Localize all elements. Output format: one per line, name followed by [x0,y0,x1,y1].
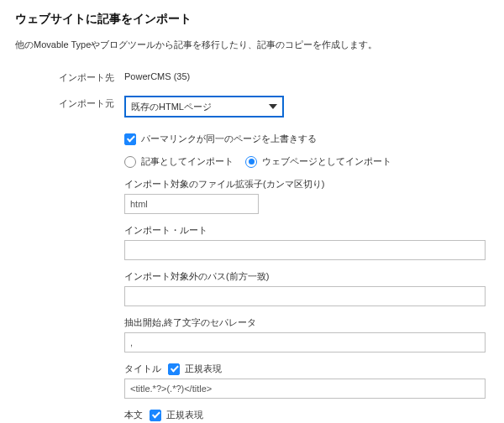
separator-label: 抽出開始,終了文字のセパレータ [124,316,489,329]
checkbox-icon [150,410,161,421]
exclude-path-input[interactable] [124,286,486,306]
import-as-page-radio[interactable]: ウェブページとしてインポート [245,155,391,168]
exclude-path-label: インポート対象外のパス(前方一致) [124,270,489,283]
separator-input[interactable] [124,332,486,352]
title-regex-checkbox[interactable]: 正規表現 [168,363,222,375]
import-source-select[interactable]: 既存のHTMLページ [124,96,284,118]
body-regex-checkbox[interactable]: 正規表現 [150,409,203,421]
import-as-page-label: ウェブページとしてインポート [262,155,391,168]
row-import-target: インポート先 PowerCMS (35) [15,70,489,84]
body-regex-label: 正規表現 [166,409,203,421]
title-pattern-input[interactable] [124,379,486,399]
overwrite-permalink-checkbox[interactable]: パーマリンクが同一のページを上書きする [124,133,317,145]
file-ext-label: インポート対象のファイル拡張子(カンマ区切り) [124,178,489,191]
checkbox-icon [124,133,136,145]
overwrite-permalink-label: パーマリンクが同一のページを上書きする [141,133,317,145]
body-pattern-label: 本文 [124,409,143,421]
label-import-target: インポート先 [15,70,124,84]
row-import-source: インポート元 既存のHTMLページ パーマリンクが同一のページを上書きする 記事… [15,96,489,423]
label-import-source: インポート元 [15,96,124,110]
radio-icon [245,156,257,168]
import-as-entry-label: 記事としてインポート [141,155,234,168]
import-root-label: インポート・ルート [124,224,489,237]
import-root-input[interactable] [124,240,486,260]
checkbox-icon [168,363,180,375]
value-import-target: PowerCMS (35) [124,70,489,81]
radio-icon [124,156,136,168]
page-title: ウェブサイトに記事をインポート [15,12,489,27]
title-regex-label: 正規表現 [185,363,222,375]
import-as-entry-radio[interactable]: 記事としてインポート [124,155,234,168]
title-pattern-label: タイトル [124,363,161,375]
file-ext-input[interactable] [124,194,259,214]
import-source-select-wrap: 既存のHTMLページ [124,96,284,118]
intro-text: 他のMovable Typeやブログツールから記事を移行したり、記事のコピーを作… [15,39,489,51]
